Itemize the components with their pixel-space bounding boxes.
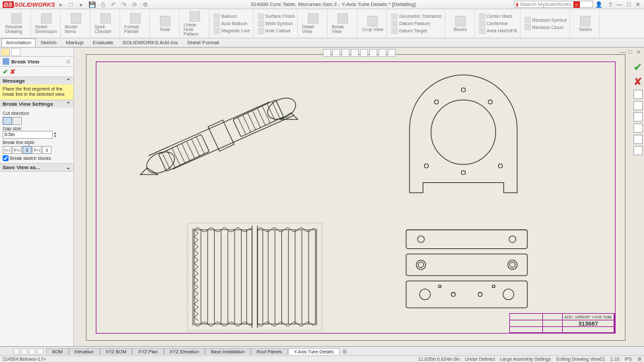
sheet-nav-next-icon[interactable] bbox=[29, 348, 36, 355]
surface-finish-button[interactable]: Surface Finish bbox=[258, 13, 295, 20]
break-view-button[interactable]: Break View bbox=[332, 13, 354, 34]
save-view-header[interactable]: Save View as...⌄ bbox=[0, 164, 73, 171]
break-sketch-check-input[interactable] bbox=[3, 155, 9, 161]
ok-button[interactable]: ✔ bbox=[3, 68, 8, 75]
svg-rect-56 bbox=[406, 281, 527, 308]
display-style-icon[interactable] bbox=[360, 49, 368, 57]
svg-line-17 bbox=[258, 108, 266, 126]
tab-sketch[interactable]: Sketch bbox=[36, 38, 61, 47]
datum-target-button[interactable]: Datum Target bbox=[391, 28, 441, 34]
user-icon[interactable]: 👤 bbox=[593, 1, 604, 8]
qat-open-icon[interactable]: ▸ bbox=[79, 1, 85, 8]
spell-checker-button[interactable]: Spell Checker bbox=[94, 13, 117, 34]
linear-note-pattern-button[interactable]: Linear Note Pattern bbox=[184, 11, 206, 36]
qat-options-icon[interactable]: ⚙ bbox=[142, 1, 149, 8]
app-menu-chevron[interactable]: ▸ bbox=[58, 1, 64, 8]
message-header[interactable]: Message⌃ bbox=[0, 77, 73, 85]
drawing-canvas[interactable]: — □ ✕ ✔ ✘ bbox=[74, 48, 644, 346]
corner-cancel-icon[interactable]: ✘ bbox=[633, 75, 643, 88]
sheet-nav-last-icon[interactable] bbox=[37, 348, 44, 355]
close-icon[interactable]: ✕ bbox=[635, 1, 641, 8]
sheet-nav-prev-icon[interactable] bbox=[21, 348, 28, 355]
doc-close-icon[interactable]: ✕ bbox=[636, 49, 643, 55]
qat-undo-icon[interactable]: ↶ bbox=[110, 1, 117, 8]
tab-sheet-format[interactable]: Sheet Format bbox=[182, 38, 223, 47]
qat-new-icon[interactable]: □ bbox=[68, 1, 75, 8]
tab-markup[interactable]: Markup bbox=[61, 38, 89, 47]
style-5-button[interactable]: ][ bbox=[42, 146, 52, 154]
hole-callout-button[interactable]: Hole Callout bbox=[258, 28, 295, 34]
cut-horizontal-button[interactable] bbox=[13, 117, 22, 125]
revision-cloud-button[interactable]: Revision Cloud bbox=[524, 24, 567, 30]
style-4-button[interactable]: 3∿[ bbox=[32, 146, 42, 154]
style-3-button[interactable]: ][ bbox=[22, 146, 32, 154]
status-scale[interactable]: 1:10 bbox=[610, 357, 620, 362]
task-pane-tab-6[interactable] bbox=[633, 146, 643, 155]
tab-annotation[interactable]: Annotation bbox=[1, 38, 36, 47]
status-assembly[interactable]: Large Assembly Settings bbox=[500, 357, 551, 362]
panel-pin-icon[interactable]: ⊙ bbox=[66, 59, 71, 65]
note-button[interactable]: Note bbox=[154, 16, 176, 32]
spinner-down-icon[interactable]: ▼ bbox=[54, 135, 57, 138]
task-pane-tab-4[interactable] bbox=[633, 124, 643, 133]
sheet-tab-bom[interactable]: BOM bbox=[46, 348, 69, 355]
qat-redo-icon[interactable]: ↷ bbox=[121, 1, 127, 8]
format-painter-button[interactable]: Format Painter bbox=[124, 13, 147, 34]
gap-size-input[interactable] bbox=[3, 131, 53, 139]
style-1-button[interactable]: ]∿[ bbox=[3, 146, 12, 154]
revision-symbol-button[interactable]: Revision Symbol bbox=[524, 17, 567, 23]
tab-addins[interactable]: SOLIDWORKS Add-Ins bbox=[118, 38, 183, 47]
qat-rebuild-icon[interactable]: ⟳ bbox=[131, 1, 138, 8]
sheet-nav-first-icon[interactable] bbox=[13, 348, 20, 355]
corner-ok-icon[interactable]: ✔ bbox=[633, 61, 643, 73]
panel-title: Break View bbox=[11, 59, 40, 65]
auto-balloon-button[interactable]: Auto Balloon bbox=[213, 20, 250, 27]
balloon-button[interactable]: Balloon bbox=[213, 13, 250, 20]
smart-dimension-button[interactable]: Smart Dimension bbox=[35, 13, 57, 34]
tables-button[interactable]: Tables bbox=[574, 16, 596, 32]
break-sketch-checkbox[interactable]: Break sketch blocks bbox=[3, 155, 71, 161]
model-items-button[interactable]: Model Items bbox=[65, 13, 87, 34]
task-pane-tab-1[interactable] bbox=[633, 90, 643, 99]
status-gear-icon[interactable]: ⚙ bbox=[637, 357, 641, 362]
centerline-button[interactable]: Centerline bbox=[479, 20, 517, 27]
crop-view-button[interactable]: Crop View bbox=[361, 16, 384, 32]
task-pane-tab-5[interactable] bbox=[633, 135, 643, 144]
zoom-area-icon[interactable] bbox=[332, 49, 340, 57]
tab-evaluate[interactable]: Evaluate bbox=[88, 38, 118, 47]
maximize-icon[interactable]: □ bbox=[626, 1, 632, 8]
magnetic-line-button[interactable]: Magnetic Line bbox=[213, 28, 250, 34]
status-units[interactable]: IPS bbox=[625, 357, 632, 362]
hide-show-icon[interactable] bbox=[369, 49, 377, 57]
help-icon[interactable]: ? bbox=[607, 1, 614, 8]
minimize-icon[interactable]: — bbox=[616, 1, 623, 8]
edit-scene-icon[interactable] bbox=[378, 49, 386, 57]
cut-vertical-button[interactable] bbox=[3, 117, 12, 125]
panel-tab-feature-icon[interactable] bbox=[1, 48, 10, 56]
settings-header[interactable]: Break View Settings⌃ bbox=[0, 100, 73, 108]
weld-symbol-button[interactable]: Weld Symbol bbox=[258, 20, 295, 27]
geometric-tolerance-button[interactable]: Geometric Tolerance bbox=[391, 13, 441, 20]
datum-feature-button[interactable]: Datum Feature bbox=[391, 20, 441, 27]
document-title: 314000 Core Table, Micromax Gen 2 - Y-Ax… bbox=[153, 1, 514, 7]
prev-view-icon[interactable] bbox=[341, 49, 349, 57]
blocks-button[interactable]: Blocks bbox=[449, 16, 472, 32]
task-pane-tab-3[interactable] bbox=[633, 112, 643, 122]
cancel-button[interactable]: ✘ bbox=[10, 68, 15, 75]
doc-restore-icon[interactable]: □ bbox=[628, 49, 635, 55]
center-mark-button[interactable]: Center Mark bbox=[479, 13, 517, 20]
view-settings-icon[interactable] bbox=[388, 49, 396, 57]
section-view-icon[interactable] bbox=[351, 49, 359, 57]
panel-tab-config-icon[interactable] bbox=[11, 48, 20, 56]
area-hatch-button[interactable]: Area Hatch/Fill bbox=[479, 28, 517, 34]
task-pane-tab-2[interactable] bbox=[633, 101, 643, 110]
drawing-sheet[interactable]: ASSY., UPRIGHT, Y-AXIS TUBE 313687 bbox=[86, 54, 626, 341]
detail-view-button[interactable]: Detail View bbox=[302, 13, 324, 34]
search-mysolidworks[interactable]: ▮ Search MySolidWorks ⌕ bbox=[514, 1, 593, 8]
qat-print-icon[interactable]: ⎙ bbox=[100, 1, 106, 8]
zoom-fit-icon[interactable] bbox=[323, 49, 331, 57]
search-icon[interactable]: ⌕ bbox=[573, 1, 580, 8]
style-2-button[interactable]: 2∿[ bbox=[13, 146, 22, 154]
qat-save-icon[interactable]: 💾 bbox=[89, 1, 96, 8]
resolve-drawing-button[interactable]: Resolve Drawing bbox=[5, 13, 28, 34]
